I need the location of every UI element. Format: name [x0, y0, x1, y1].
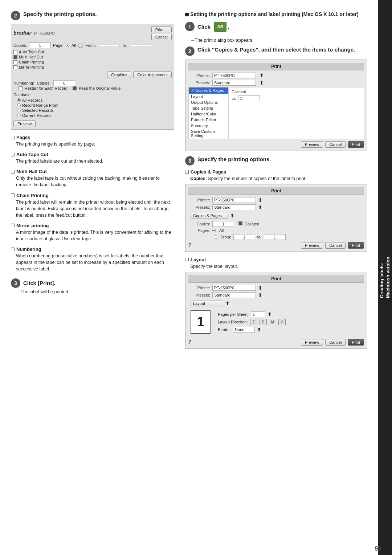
db-range-radio[interactable]	[17, 103, 21, 107]
restart-check[interactable]	[19, 86, 23, 90]
layout-number-display: 1	[191, 310, 211, 334]
cancel-button-left[interactable]: Cancel	[151, 34, 172, 40]
dir-btn-n[interactable]: N	[278, 319, 286, 325]
option-pages: Pages The printing range is specified by…	[11, 135, 174, 147]
left-column: 2 Specify the printing options. brother …	[11, 11, 174, 544]
dialog3-presets-val[interactable]: Standard	[212, 292, 256, 298]
all-label-left: All	[72, 43, 76, 48]
dialog2-from-val[interactable]: 1	[233, 234, 255, 240]
option-auto-tape-cut-title: Auto Tape Cut	[11, 152, 174, 157]
dialog2-all-radio[interactable]	[212, 229, 216, 232]
dialog2-section-dropdown[interactable]: Copies & Pages	[191, 213, 228, 219]
dialog1-to-val[interactable]: 1	[238, 95, 260, 101]
multi-half-cut-check[interactable]	[13, 55, 17, 59]
sidebar-halftone[interactable]: Halftone/Color	[189, 111, 228, 117]
dialog2-collated-check[interactable]	[238, 221, 242, 226]
database-label: Database:	[13, 93, 172, 97]
sidebar-layout[interactable]: Layout	[189, 94, 228, 99]
mirror-printing-row: Mirror Printing	[13, 65, 172, 69]
dialog2-preview-btn[interactable]: Preview	[301, 242, 323, 249]
dialog1-preview-btn[interactable]: Preview	[301, 141, 323, 148]
dialog3-print-btn[interactable]: Print	[348, 339, 364, 346]
dir-btn-m[interactable]: M	[269, 319, 276, 325]
db-record-range: Record Range From:	[17, 103, 172, 107]
sidebar-tape-setting[interactable]: Tape Setting	[189, 105, 228, 111]
black-sq-icon	[185, 13, 189, 16]
dialog3-cancel-btn[interactable]: Cancel	[325, 339, 346, 346]
dialog2-print-btn[interactable]: Print	[348, 242, 364, 249]
copies-input-left[interactable]: 1	[29, 42, 51, 48]
dialog3-printer-val[interactable]: PT-9500PC	[212, 285, 256, 291]
dir-btn-s[interactable]: S	[260, 319, 267, 325]
sidebar-save-custom[interactable]: Save Custom Setting	[189, 128, 228, 139]
chain-sq	[11, 193, 15, 197]
all-radio-left[interactable]	[66, 44, 69, 47]
dialog3-border-arrow: ⬆	[257, 327, 261, 332]
from-radio-left[interactable]	[78, 43, 83, 48]
dialog1-to-row: to: 1	[232, 95, 361, 101]
from-input-left[interactable]	[98, 45, 120, 46]
chain-printing-check[interactable]	[13, 60, 17, 64]
dialog2-collated-label: Collated	[245, 222, 259, 226]
sidebar-summary[interactable]: Summary	[189, 123, 228, 128]
step2-circle: 2	[11, 11, 20, 20]
color-adj-btn[interactable]: Color Adjustment	[133, 72, 172, 78]
auto-tape-cut-check[interactable]	[13, 50, 17, 54]
pages-per-sheet-val[interactable]: 1	[251, 311, 265, 317]
dialog1-printer-val[interactable]: PT-9500PC	[212, 73, 256, 78]
option-auto-tape-text: The printed labels are cut and then ejec…	[16, 158, 174, 164]
restart-label: Restart for Each Record	[25, 86, 68, 90]
dialog3-section-dropdown[interactable]: Layout	[191, 301, 223, 306]
border-val[interactable]: None	[233, 327, 255, 332]
dialog1-cancel-btn[interactable]: Cancel	[325, 141, 346, 148]
step1-click-text: Click	[197, 24, 211, 30]
dialog2-help-icon[interactable]: ?	[188, 242, 191, 249]
sidebar-p-touch[interactable]: P-touch Editor	[189, 117, 228, 123]
dialog3-presets-label: Presets:	[188, 293, 210, 297]
dialog1-title: Print	[188, 63, 364, 70]
pages-sq	[11, 136, 15, 139]
page-number: 99	[375, 546, 381, 552]
step1-arrow-right: →The print dialog box appears.	[190, 38, 367, 43]
option-numbering-text: When numbering (consecutive numbers) is …	[16, 253, 174, 272]
dialog2-printer-label: Printer:	[188, 198, 210, 202]
chain-printing-label: Chain Printing	[19, 60, 44, 64]
dialog1-presets-val[interactable]: Standard	[212, 80, 256, 86]
dialog3-preview-btn[interactable]: Preview	[301, 339, 323, 346]
dialog2-printer-val[interactable]: PT-9500PC	[212, 197, 256, 203]
dialog2-from-radio[interactable]	[214, 235, 217, 239]
to-label-left: To:	[122, 43, 127, 48]
mirror-printing-check[interactable]	[13, 65, 17, 69]
dir-btn-z[interactable]: Z	[250, 319, 257, 325]
option-multi-half-title: Multi Half Cut	[11, 169, 174, 174]
sidebar-copies-pages[interactable]: ✓ Copies & Pages	[189, 87, 228, 94]
dialog2-presets-val[interactable]: Standard	[212, 204, 256, 210]
dialog3-presets-arrow: ⬆	[258, 292, 262, 298]
graphics-btn[interactable]: Graphics	[107, 72, 131, 78]
ab-icon[interactable]: AB	[214, 22, 226, 32]
dialog2: Print Printer: PT-9500PC ⬆ Presets: Stan…	[185, 184, 367, 252]
graphics-color-btns: Graphics Color Adjustment	[13, 72, 172, 78]
to-input-left[interactable]	[130, 45, 151, 46]
db-current-radio[interactable]	[17, 114, 21, 117]
dialog3-help-icon[interactable]: ?	[188, 339, 191, 346]
dialog2-cancel-btn[interactable]: Cancel	[325, 242, 346, 249]
dialog2-presets-arrow: ⬆	[258, 204, 262, 210]
print-button-left[interactable]: Print	[151, 26, 172, 33]
dialog3-presets-row: Presets: Standard ⬆	[188, 292, 364, 298]
dialog2-copies-val[interactable]: 1	[212, 221, 234, 227]
left-print-dialog: brother PT-9500PC Print Cancel Copies: 1…	[11, 24, 174, 130]
copies-page-row: Copies: 1 Page: All From: To:	[13, 42, 172, 48]
numbering-input[interactable]: 0	[53, 80, 75, 86]
dialog2-to-val[interactable]: 1	[264, 234, 286, 240]
dialog1-print-btn[interactable]: Print	[348, 141, 364, 148]
chain-printing-row: Chain Printing	[13, 60, 172, 64]
printer-name-left: PT-9500PC	[34, 31, 55, 36]
step1-header: 1 Click AB .	[185, 22, 367, 34]
db-all-radio[interactable]	[17, 98, 21, 102]
db-selected-radio[interactable]	[17, 109, 21, 112]
keep-check[interactable]	[73, 86, 77, 90]
dialog3-printer-label: Printer:	[188, 286, 210, 290]
preview-btn-left[interactable]: Preview	[13, 121, 36, 127]
sidebar-output-options[interactable]: Output Options	[189, 99, 228, 105]
